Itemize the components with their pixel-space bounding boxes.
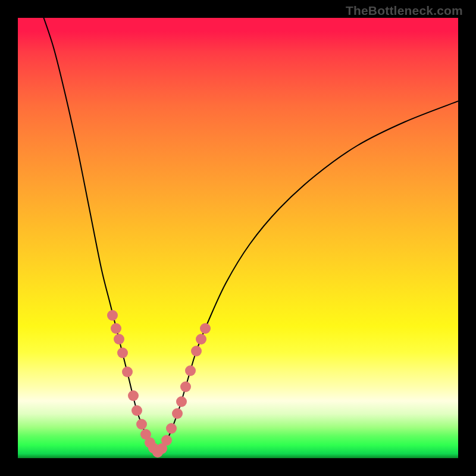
chart-svg: [18, 18, 458, 458]
data-point: [172, 408, 183, 419]
data-point: [196, 334, 206, 345]
data-point: [166, 423, 177, 434]
data-point: [180, 381, 191, 392]
plot-area: [18, 18, 458, 458]
data-point: [161, 435, 172, 446]
data-point: [131, 405, 142, 416]
data-point: [136, 419, 147, 430]
chart-frame: TheBottleneck.com: [0, 0, 476, 476]
data-point: [117, 347, 128, 358]
curve-left-branch: [42, 18, 158, 452]
data-point: [107, 310, 118, 321]
data-point: [176, 396, 187, 407]
data-point: [185, 365, 196, 376]
highlight-points-group: [107, 310, 211, 458]
data-point: [128, 390, 139, 401]
data-point: [111, 323, 121, 334]
data-point: [122, 367, 133, 377]
watermark-text: TheBottleneck.com: [346, 4, 463, 18]
data-point: [200, 323, 211, 334]
curve-right-branch: [158, 101, 458, 452]
data-point: [191, 346, 202, 356]
data-point: [114, 334, 124, 345]
